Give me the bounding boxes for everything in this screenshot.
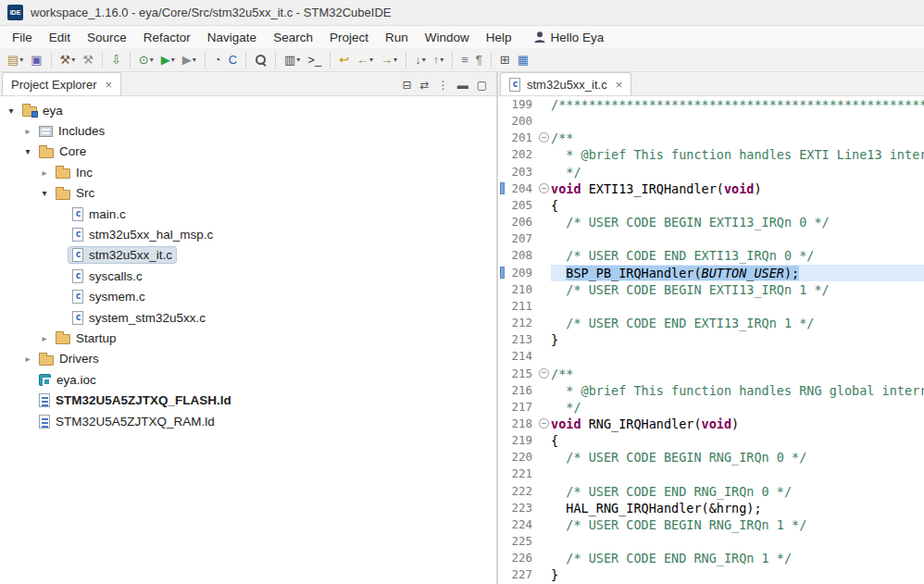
code-text[interactable] bbox=[551, 298, 924, 315]
folding-ruler[interactable] bbox=[538, 466, 551, 482]
code-text[interactable]: /* USER CODE END EXTI13_IRQn 1 */ bbox=[551, 315, 924, 331]
annotation-ruler[interactable] bbox=[498, 197, 508, 214]
collapse-toggle-icon[interactable] bbox=[539, 183, 549, 193]
expanded-arrow-icon[interactable]: ▾ bbox=[37, 188, 52, 198]
folding-ruler[interactable] bbox=[538, 566, 551, 583]
folding-ruler[interactable] bbox=[538, 230, 551, 247]
annotation-ruler[interactable] bbox=[498, 214, 508, 230]
annotation-ruler[interactable] bbox=[498, 382, 508, 399]
external-tools-button[interactable]: ▶▾ bbox=[180, 52, 199, 68]
code-text[interactable]: void EXTI13_IRQHandler(void) bbox=[551, 180, 924, 197]
maximize-view-button[interactable]: ▢ bbox=[477, 80, 487, 91]
tree-item-content[interactable]: STM32U5A5ZJTXQ_RAM.ld bbox=[35, 414, 219, 429]
menu-project[interactable]: Project bbox=[321, 29, 377, 46]
annotation-ruler[interactable] bbox=[498, 566, 508, 583]
previous-annotation-button[interactable]: ↑▾ bbox=[431, 52, 447, 68]
folding-ruler[interactable] bbox=[538, 533, 551, 550]
code-text[interactable]: BSP_PB_IRQHandler(BUTTON_USER); bbox=[551, 265, 924, 281]
annotation-ruler[interactable] bbox=[498, 298, 508, 315]
annotation-ruler[interactable] bbox=[498, 230, 508, 247]
folding-ruler[interactable] bbox=[538, 146, 551, 163]
folding-ruler[interactable] bbox=[538, 432, 551, 449]
annotation-ruler[interactable] bbox=[498, 247, 508, 264]
tree-item-stm32u5xx-it-c[interactable]: stm32u5xx_it.c bbox=[0, 245, 496, 266]
minimize-view-button[interactable]: ▬ bbox=[457, 80, 468, 91]
new-c-project-button[interactable]: C bbox=[226, 52, 240, 68]
line-number[interactable]: 227 bbox=[508, 566, 538, 583]
menu-window[interactable]: Window bbox=[417, 29, 478, 46]
tree-item-stm32u5a5zjtxq-ram-ld[interactable]: STM32U5A5ZJTXQ_RAM.ld bbox=[0, 411, 496, 431]
annotation-ruler[interactable] bbox=[498, 96, 508, 113]
folding-ruler[interactable] bbox=[538, 500, 551, 516]
collapse-toggle-icon[interactable] bbox=[539, 132, 549, 143]
tree-item-src[interactable]: ▾Src bbox=[0, 183, 496, 204]
annotation-ruler[interactable] bbox=[498, 164, 508, 180]
tree-item-content[interactable]: Includes bbox=[35, 123, 108, 139]
tree-item-main-c[interactable]: main.c bbox=[0, 204, 496, 224]
line-number[interactable]: 221 bbox=[508, 466, 538, 482]
tree-item-core[interactable]: ▾Core bbox=[0, 142, 496, 162]
line-number[interactable]: 222 bbox=[508, 483, 538, 500]
menu-help[interactable]: Help bbox=[478, 29, 520, 46]
project-explorer-tab[interactable]: Project Explorer × bbox=[2, 72, 121, 95]
tree-item-sysmem-c[interactable]: sysmem.c bbox=[0, 287, 496, 307]
titlebar[interactable]: IDE workspace_1.16.0 - eya/Core/Src/stm3… bbox=[0, 0, 924, 26]
folding-ruler[interactable] bbox=[538, 550, 551, 566]
tree-item-content[interactable]: Src bbox=[52, 185, 98, 201]
code-text[interactable]: /* USER CODE BEGIN RNG_IRQn 0 */ bbox=[551, 449, 924, 466]
annotation-ruler[interactable] bbox=[498, 533, 508, 550]
collapse-all-button[interactable]: ⊟ bbox=[403, 80, 412, 91]
show-whitespace-button[interactable]: ¶ bbox=[473, 52, 485, 68]
code-text[interactable]: HAL_RNG_IRQHandler(&hrng); bbox=[551, 500, 924, 516]
annotation-ruler[interactable] bbox=[498, 416, 508, 432]
line-number[interactable]: 209 bbox=[508, 265, 538, 281]
folding-ruler[interactable] bbox=[538, 483, 551, 500]
line-number[interactable]: 226 bbox=[508, 550, 538, 566]
code-text[interactable]: /* USER CODE END EXTI13_IRQn 0 */ bbox=[551, 247, 924, 264]
folding-ruler[interactable] bbox=[538, 382, 551, 399]
last-edit-location-button[interactable]: ↩ bbox=[336, 52, 352, 68]
tree-item-content[interactable]: STM32U5A5ZJTXQ_FLASH.ld bbox=[35, 392, 235, 408]
annotation-ruler[interactable] bbox=[498, 366, 508, 382]
code-text[interactable] bbox=[551, 466, 924, 482]
tree-item-stm32u5a5zjtxq-flash-ld[interactable]: STM32U5A5ZJTXQ_FLASH.ld bbox=[0, 390, 496, 410]
folding-ruler[interactable] bbox=[538, 247, 551, 264]
tree-item-stm32u5xx-hal-msp-c[interactable]: stm32u5xx_hal_msp.c bbox=[0, 224, 496, 244]
tree-item-system-stm32u5xx-c[interactable]: system_stm32u5xx.c bbox=[0, 307, 496, 328]
annotation-ruler[interactable] bbox=[498, 399, 508, 416]
folding-ruler[interactable] bbox=[538, 130, 551, 146]
folding-ruler[interactable] bbox=[538, 416, 551, 432]
folding-ruler[interactable] bbox=[538, 265, 551, 281]
console-button[interactable]: ▥▾ bbox=[281, 52, 303, 68]
menu-search[interactable]: Search bbox=[265, 29, 321, 46]
line-number[interactable]: 202 bbox=[508, 146, 538, 163]
code-area[interactable]: 199/************************************… bbox=[498, 96, 924, 584]
tree-item-content[interactable]: main.c bbox=[69, 206, 130, 222]
tree-item-eya[interactable]: ▾eya bbox=[0, 100, 496, 120]
code-text[interactable]: /** bbox=[551, 130, 924, 146]
collapsed-arrow-icon[interactable]: ▸ bbox=[37, 168, 52, 178]
collapsed-arrow-icon[interactable]: ▸ bbox=[20, 354, 35, 364]
menu-file[interactable]: File bbox=[4, 29, 41, 46]
line-number[interactable]: 200 bbox=[508, 113, 538, 130]
annotation-ruler[interactable] bbox=[498, 432, 508, 449]
line-number[interactable]: 199 bbox=[508, 96, 538, 113]
tree-item-content[interactable]: Inc bbox=[52, 165, 96, 180]
code-text[interactable]: } bbox=[551, 566, 924, 583]
folding-ruler[interactable] bbox=[538, 197, 551, 214]
collapse-toggle-icon[interactable] bbox=[539, 368, 549, 379]
code-text[interactable]: /* USER CODE BEGIN EXTI13_IRQn 0 */ bbox=[551, 214, 924, 230]
line-number[interactable]: 215 bbox=[508, 366, 538, 382]
line-number[interactable]: 204 bbox=[508, 180, 538, 197]
user-account[interactable]: Hello Eya bbox=[533, 31, 605, 44]
line-number[interactable]: 203 bbox=[508, 164, 538, 180]
annotation-ruler[interactable] bbox=[498, 331, 508, 348]
annotation-ruler[interactable] bbox=[498, 130, 508, 146]
back-button[interactable]: ←▾ bbox=[354, 52, 376, 68]
annotation-ruler[interactable] bbox=[498, 516, 508, 533]
annotation-ruler[interactable] bbox=[498, 483, 508, 500]
editor-tab-stm32u5xx-it-c[interactable]: stm32u5xx_it.c × bbox=[500, 72, 631, 95]
mark-occurrences-button[interactable]: ≡ bbox=[458, 52, 471, 68]
folding-ruler[interactable] bbox=[538, 281, 551, 298]
build-button[interactable]: ⚒▾ bbox=[57, 52, 79, 68]
